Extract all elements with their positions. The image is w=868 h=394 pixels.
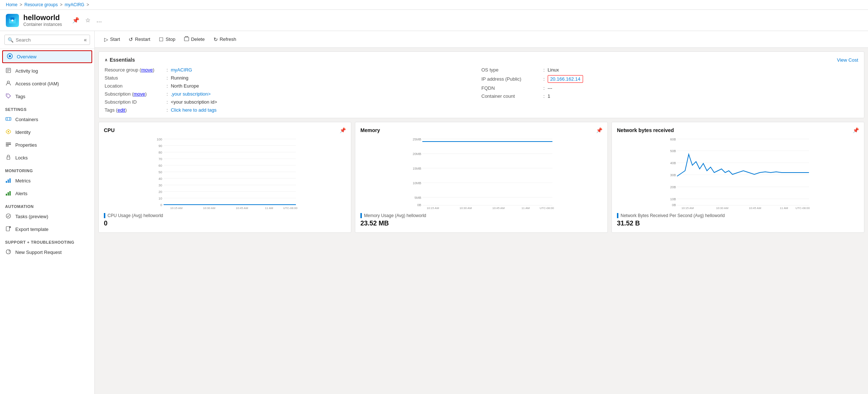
svg-text:20B: 20B — [670, 185, 676, 189]
move-rg-link[interactable]: move — [141, 67, 153, 73]
network-chart-legend: Network Bytes Received Per Second (Avg) … — [617, 213, 859, 218]
essentials-row-subscription: Subscription (move) : ,your subscription… — [105, 91, 481, 97]
essentials-right: OS type : Linux IP address (Public) : 20… — [481, 67, 858, 113]
identity-icon — [5, 129, 12, 136]
sidebar-item-properties[interactable]: Properties — [0, 139, 94, 151]
essentials-key-rg: Resource group (move) — [105, 67, 167, 73]
pin-button[interactable]: 📌 — [71, 15, 81, 25]
sidebar-item-activity-log[interactable]: Activity log — [0, 65, 94, 77]
restart-button[interactable]: ↺ Restart — [125, 34, 154, 45]
svg-text:10:45 AM: 10:45 AM — [749, 206, 761, 209]
sidebar-item-access-control[interactable]: Access control (IAM) — [0, 77, 94, 90]
breadcrumb-myacirg[interactable]: myACIRG — [64, 2, 84, 7]
essentials-val-tags: Click here to add tags — [171, 107, 217, 113]
delete-button[interactable]: Delete — [180, 34, 208, 45]
tasks-icon — [5, 213, 12, 220]
sub-value-link[interactable]: ,your subscription> — [171, 91, 211, 97]
svg-text:60B: 60B — [670, 138, 676, 141]
refresh-label: Refresh — [220, 36, 236, 42]
svg-text:20MB: 20MB — [413, 152, 421, 156]
sidebar-search-container: 🔍 « — [0, 31, 94, 49]
edit-tags-link[interactable]: edit — [117, 107, 125, 113]
svg-text:70: 70 — [159, 157, 162, 161]
svg-point-15 — [8, 131, 9, 132]
automation-section-header: Automation — [0, 200, 94, 210]
essentials-section: ∧ Essentials View Cost Resource group (m… — [98, 51, 864, 118]
svg-rect-16 — [6, 143, 11, 143]
memory-chart-card: Memory 📌 25MB 20MB 15MB 10MB 5MB 0B — [355, 122, 608, 233]
sidebar-item-locks[interactable]: Locks — [0, 151, 94, 164]
monitoring-section-header: Monitoring — [0, 164, 94, 174]
sidebar-item-alerts[interactable]: Alerts — [0, 187, 94, 200]
sidebar-item-containers[interactable]: Containers — [0, 113, 94, 126]
breadcrumb-home[interactable]: Home — [6, 2, 17, 7]
cpu-chart-svg: 100 90 80 70 60 50 40 30 20 10 0 — [104, 136, 346, 209]
memory-chart-area: 25MB 20MB 15MB 10MB 5MB 0B — [360, 136, 602, 210]
sidebar-item-identity[interactable]: Identity — [0, 126, 94, 139]
sidebar-item-metrics[interactable]: Metrics — [0, 174, 94, 187]
sidebar-item-tags[interactable]: Tags — [0, 90, 94, 103]
svg-text:10:30 AM: 10:30 AM — [460, 206, 472, 209]
collapse-icon[interactable]: « — [84, 37, 87, 43]
svg-text:5MB: 5MB — [414, 196, 421, 200]
svg-text:80: 80 — [159, 151, 162, 154]
restart-icon: ↺ — [129, 36, 133, 42]
properties-icon — [5, 142, 12, 148]
add-tags-link[interactable]: Click here to add tags — [171, 107, 217, 113]
essentials-val-fqdn: --- — [548, 85, 552, 91]
sidebar-item-overview[interactable]: Overview — [2, 50, 92, 63]
svg-point-2 — [11, 19, 13, 22]
svg-point-26 — [6, 214, 11, 218]
start-button[interactable]: ▷ Start — [101, 34, 124, 45]
svg-text:?: ? — [8, 250, 10, 254]
cpu-legend-color — [104, 213, 105, 218]
breadcrumb-sep-2: > — [60, 2, 62, 7]
search-box[interactable]: 🔍 « — [4, 35, 90, 45]
sidebar-item-tasks[interactable]: Tasks (preview) — [0, 210, 94, 223]
svg-point-10 — [7, 94, 8, 95]
move-sub-link[interactable]: move — [133, 91, 145, 97]
breadcrumb-resource-groups[interactable]: Resource groups — [24, 2, 58, 7]
app-title: helloworld — [23, 13, 62, 22]
favorite-button[interactable]: ☆ — [84, 15, 92, 25]
metrics-icon — [5, 177, 12, 184]
essentials-chevron[interactable]: ∧ — [105, 58, 107, 62]
sidebar-export-template-label: Export template — [15, 227, 48, 232]
cpu-chart-card: CPU 📌 100 90 80 70 60 50 40 30 20 — [98, 122, 351, 233]
breadcrumb-sep-1: > — [20, 2, 22, 7]
svg-rect-21 — [8, 179, 9, 183]
memory-pin-icon[interactable]: 📌 — [596, 127, 602, 133]
essentials-val-sub-id: <your subscription id> — [171, 99, 217, 105]
view-cost-link[interactable]: View Cost — [837, 57, 858, 63]
rg-value-link[interactable]: myACIRG — [171, 67, 192, 73]
tags-icon — [5, 93, 12, 100]
cpu-chart-area: 100 90 80 70 60 50 40 30 20 10 0 — [104, 136, 346, 210]
cpu-pin-icon[interactable]: 📌 — [340, 127, 346, 133]
breadcrumb-sep-3: > — [86, 2, 89, 7]
svg-text:UTC-08:00: UTC-08:00 — [795, 206, 810, 209]
essentials-row-status: Status : Running — [105, 75, 481, 81]
essentials-row-rg: Resource group (move) : myACIRG — [105, 67, 481, 73]
stop-button[interactable]: ☐ Stop — [155, 34, 179, 45]
network-pin-icon[interactable]: 📌 — [853, 127, 859, 133]
network-chart-value: 31.52 B — [617, 220, 859, 227]
svg-text:10:45 AM: 10:45 AM — [492, 206, 505, 209]
sidebar-item-export-template[interactable]: Export template — [0, 223, 94, 236]
more-button[interactable]: … — [95, 15, 103, 25]
svg-rect-19 — [7, 157, 10, 159]
essentials-left: Resource group (move) : myACIRG Status :… — [105, 67, 481, 113]
network-chart-area: 60B 50B 40B 30B 20B 10B 0B — [617, 136, 859, 210]
svg-text:10: 10 — [159, 197, 162, 200]
svg-text:10MB: 10MB — [413, 181, 421, 185]
refresh-icon: ↻ — [214, 36, 218, 42]
search-input[interactable] — [16, 37, 82, 43]
sidebar-properties-label: Properties — [15, 142, 37, 148]
refresh-button[interactable]: ↻ Refresh — [210, 34, 240, 45]
network-chart-svg: 60B 50B 40B 30B 20B 10B 0B — [617, 136, 859, 209]
search-icon: 🔍 — [8, 37, 13, 43]
sidebar-item-new-support[interactable]: ? New Support Request — [0, 246, 94, 259]
charts-container: CPU 📌 100 90 80 70 60 50 40 30 20 — [98, 122, 864, 233]
memory-legend-color — [360, 213, 362, 218]
sidebar-metrics-label: Metrics — [15, 178, 31, 184]
essentials-val-subscription: ,your subscription> — [171, 91, 211, 97]
